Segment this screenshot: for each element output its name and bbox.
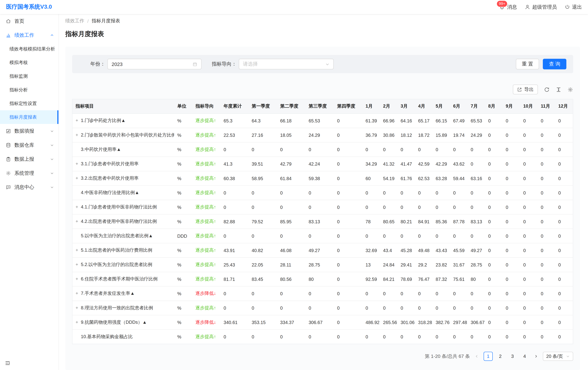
value-cell: 64.3 xyxy=(249,113,277,128)
sidebar-item-performance[interactable]: 绩效工作 xyxy=(0,28,59,42)
logout-icon xyxy=(565,4,570,10)
value-cell: 18.05 xyxy=(277,128,305,142)
settings-gear-icon[interactable] xyxy=(567,87,573,92)
value-cell: 0 xyxy=(277,229,305,243)
sidebar-item-message-center[interactable]: 消息中心 xyxy=(0,180,59,194)
value-cell: 0 xyxy=(503,186,520,200)
page-size-value: 20 条/页 xyxy=(546,353,563,360)
value-cell: 0 xyxy=(520,142,538,157)
expand-row-button[interactable]: + xyxy=(75,161,81,166)
table-row: +4.2.出院患者使用中医非药物疗法比例%逐步提高↑82.8879.5285.9… xyxy=(73,214,573,229)
export-button[interactable]: 导出 xyxy=(513,85,538,94)
column-height-icon[interactable] xyxy=(556,87,561,92)
value-cell: 76.47 xyxy=(415,272,432,286)
value-cell: 0 xyxy=(380,186,398,200)
direction-cell: 逐步提高↑ xyxy=(192,301,220,315)
value-cell: 28.75 xyxy=(468,258,485,272)
value-cell: 0 xyxy=(432,186,450,200)
sidebar-item-data-warehouse[interactable]: 数据仓库 xyxy=(0,138,59,152)
unit-cell: % xyxy=(174,330,192,344)
value-cell: 0 xyxy=(220,200,249,214)
expand-row-button[interactable]: + xyxy=(75,176,81,181)
bar-chart-icon xyxy=(6,32,11,38)
value-cell: 75.61 xyxy=(450,272,468,286)
sidebar-item-home[interactable]: 首页 xyxy=(0,14,59,28)
expand-row-button[interactable]: + xyxy=(75,204,81,210)
value-cell: 0 xyxy=(306,330,334,344)
expand-row-button[interactable]: + xyxy=(75,262,81,267)
value-cell: 0 xyxy=(538,113,555,128)
topbar: 医疗国考系统V3.0 99+ 消息 超级管理员 xyxy=(0,0,588,14)
value-cell: 49.48 xyxy=(415,243,432,258)
table-row: +2.门诊散装中药饮片和小包装中药饮片处方比例▲%逐步提高↑22.5327.16… xyxy=(73,128,573,142)
sidebar-subitem-3[interactable]: 指标监测 xyxy=(0,69,59,83)
sidebar-item-label: 绩效工作 xyxy=(14,32,34,39)
chevron-down-icon xyxy=(50,129,54,133)
reset-button[interactable]: 重 置 xyxy=(516,59,539,69)
user-menu[interactable]: 超级管理员 xyxy=(525,4,557,10)
page-size-select[interactable]: 20 条/页 xyxy=(543,352,573,361)
page-button-1[interactable]: 1 xyxy=(483,352,493,361)
next-page-button[interactable] xyxy=(532,352,540,361)
sidebar-subitem-5[interactable]: 指标定性设置 xyxy=(0,97,59,110)
value-cell: 64.16 xyxy=(398,113,415,128)
indicator-name: 3.1.门诊患者中药饮片使用率 xyxy=(81,161,138,166)
value-cell: 0 xyxy=(503,113,520,128)
value-cell: 0 xyxy=(468,330,485,344)
expand-row-button[interactable]: + xyxy=(75,248,81,253)
messages-button[interactable]: 99+ 消息 xyxy=(499,4,517,10)
value-cell: 0 xyxy=(538,315,555,330)
value-cell: 0 xyxy=(555,301,573,315)
user-icon xyxy=(525,4,530,10)
sidebar-subitem-2[interactable]: 模拟考核 xyxy=(0,56,59,70)
chevron-down-icon xyxy=(50,185,54,189)
expand-row-button[interactable]: + xyxy=(75,132,81,138)
direction-select[interactable]: 请选择 xyxy=(239,59,334,69)
value-cell: 0 xyxy=(520,113,538,128)
sidebar-subitem-6[interactable]: 指标月度报表 xyxy=(0,110,59,124)
value-cell: 0 xyxy=(277,200,305,214)
sidebar-item-label: 数据仓库 xyxy=(14,141,34,148)
query-button[interactable]: 查 询 xyxy=(543,59,566,69)
value-cell: 0 xyxy=(432,301,450,315)
filter-bar: 年份： 2023 指标导向： 请选择 重 置 查 询 xyxy=(72,55,573,73)
sidebar-subitem-1[interactable]: 绩效考核模拟结果分析 xyxy=(0,42,59,56)
expand-row-button[interactable]: + xyxy=(75,219,81,224)
value-cell: 0 xyxy=(538,229,555,243)
page-button-3[interactable]: 3 xyxy=(508,352,517,361)
unit-cell: % xyxy=(174,128,192,142)
direction-cell: 逐步提高↑ xyxy=(192,272,220,286)
page-button-2[interactable]: 2 xyxy=(496,352,505,361)
sidebar-item-data-entry[interactable]: 数据填报 xyxy=(0,124,59,138)
value-cell: 0 xyxy=(277,286,305,301)
logout-button[interactable]: 退出 xyxy=(565,4,582,10)
value-cell: 0 xyxy=(468,186,485,200)
value-cell: 61.76 xyxy=(398,171,415,186)
value-cell: 0 xyxy=(380,330,398,344)
expand-row-button[interactable]: + xyxy=(75,320,81,325)
refresh-icon[interactable] xyxy=(544,87,550,92)
value-cell: 41.32 xyxy=(380,157,398,171)
indicator-name: 4.中医非药物疗法使用比例▲ xyxy=(81,190,139,195)
sidebar-item-system[interactable]: 系统管理 xyxy=(0,166,59,180)
expand-row-button[interactable]: + xyxy=(75,276,81,282)
page-button-4[interactable]: 4 xyxy=(520,352,529,361)
indicator-name: 10.基本药物采购金额占比 xyxy=(81,334,133,339)
menu-fold-icon[interactable] xyxy=(5,360,11,366)
expand-row-button[interactable]: + xyxy=(75,118,81,123)
breadcrumb-parent[interactable]: 绩效工作 xyxy=(65,18,84,24)
expand-row-button[interactable]: + xyxy=(75,305,81,310)
value-cell: 0 xyxy=(485,113,503,128)
pagination: 第 1-20 条/总共 67 条 1234 20 条/页 xyxy=(72,352,573,361)
value-cell: 60 xyxy=(363,171,380,186)
expand-row-button[interactable]: + xyxy=(75,291,81,296)
sidebar-item-data-upload[interactable]: 数据上报 xyxy=(0,152,59,166)
value-cell: 65.53 xyxy=(468,113,485,128)
indicator-name-cell: +4.2.出院患者使用中医非药物疗法比例 xyxy=(73,214,174,229)
indicator-name: 4.2.出院患者使用中医非药物疗法比例 xyxy=(81,219,157,224)
sidebar-subitem-4[interactable]: 指标分析 xyxy=(0,83,59,97)
value-cell: 0 xyxy=(538,330,555,344)
year-date-input[interactable]: 2023 xyxy=(107,59,202,69)
prev-page-button[interactable] xyxy=(473,352,481,361)
topbar-right: 99+ 消息 超级管理员 退出 xyxy=(499,4,582,10)
